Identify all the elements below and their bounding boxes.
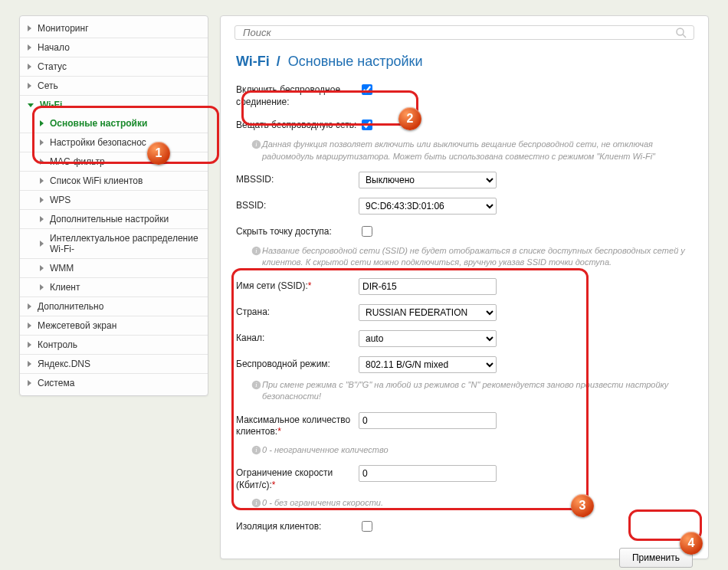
sidebar-item-label: MAC-фильтр bbox=[50, 156, 105, 167]
info-icon: i bbox=[250, 379, 262, 403]
chevron-icon bbox=[40, 139, 44, 146]
sidebar-item-label: Дополнительно bbox=[38, 301, 103, 312]
hide-ap-checkbox[interactable] bbox=[362, 226, 372, 237]
mode-label: Беспроводной режим: bbox=[236, 356, 359, 371]
chevron-icon bbox=[28, 103, 34, 107]
info-icon: i bbox=[250, 139, 262, 162]
sidebar-item-label: Яндекс.DNS bbox=[38, 359, 90, 369]
chevron-icon bbox=[40, 284, 44, 290]
info-icon: i bbox=[250, 497, 262, 509]
sidebar-item-3[interactable]: Сеть bbox=[20, 76, 208, 95]
rate-limit-hint: i 0 - без ограничения скорости. bbox=[250, 496, 693, 513]
sidebar-subitem-4-3[interactable]: Список WiFi клиентов bbox=[20, 171, 208, 190]
chevron-icon bbox=[40, 216, 44, 222]
sidebar-item-label: WMM bbox=[50, 263, 74, 274]
info-icon: i bbox=[250, 444, 262, 456]
max-clients-hint: i 0 - неограниченное количество bbox=[250, 443, 693, 460]
rate-limit-input[interactable] bbox=[359, 465, 497, 482]
sidebar-item-label: Статус bbox=[38, 61, 67, 72]
sidebar-item-label: Межсетевой экран bbox=[38, 320, 116, 331]
sidebar-item-label: Основные настройки bbox=[50, 118, 147, 129]
channel-label: Канал: bbox=[236, 330, 359, 345]
broadcast-checkbox[interactable] bbox=[362, 120, 372, 130]
sidebar-subitem-4-4[interactable]: WPS bbox=[20, 190, 208, 209]
sidebar-subitem-4-0[interactable]: Основные настройки bbox=[20, 114, 208, 133]
rate-limit-label: Ограничение скорости (Кбит/c):* bbox=[236, 465, 359, 491]
main-panel: Wi-Fi / Основные настройки Включить бесп… bbox=[220, 15, 709, 559]
sidebar-item-label: Настройки безопаснос bbox=[50, 137, 146, 148]
annotation-badge-3: 3 bbox=[571, 494, 594, 517]
sidebar-item-2[interactable]: Статус bbox=[20, 57, 208, 76]
hide-ap-label: Скрыть точку доступа: bbox=[236, 224, 359, 238]
chevron-icon bbox=[40, 197, 44, 203]
annotation-badge-4: 4 bbox=[680, 532, 703, 555]
info-icon: i bbox=[250, 245, 262, 269]
chevron-icon bbox=[40, 241, 44, 247]
sidebar-item-label: Клиент bbox=[50, 282, 80, 293]
sidebar-item-label: Контроль bbox=[38, 339, 77, 350]
chevron-icon bbox=[28, 342, 31, 348]
hide-ap-hint: i Название беспроводной сети (SSID) не б… bbox=[250, 244, 693, 274]
sidebar-item-0[interactable]: Мониторинг bbox=[20, 19, 208, 38]
page-title: Wi-Fi / Основные настройки bbox=[236, 54, 693, 70]
sidebar-item-label: Начало bbox=[38, 42, 70, 53]
max-clients-label: Максимальное количество клиентов:* bbox=[236, 412, 359, 438]
enable-wireless-checkbox[interactable] bbox=[362, 84, 372, 95]
max-clients-input[interactable] bbox=[359, 412, 497, 429]
svg-point-0 bbox=[677, 28, 684, 35]
mode-select[interactable]: 802.11 B/G/N mixed bbox=[359, 356, 497, 373]
chevron-icon bbox=[40, 265, 44, 271]
ssid-label: Имя сети (SSID):* bbox=[236, 278, 359, 293]
enable-wireless-label: Включить беспроводное соединение: bbox=[236, 82, 359, 108]
bssid-label: BSSID: bbox=[236, 198, 359, 212]
sidebar-item-label: Дополнительные настройки bbox=[50, 214, 169, 224]
sidebar-item-label: WPS bbox=[50, 195, 71, 205]
search-input[interactable] bbox=[241, 26, 675, 39]
sidebar-item-label: Сеть bbox=[38, 80, 58, 91]
chevron-icon bbox=[28, 83, 31, 89]
chevron-icon bbox=[28, 64, 31, 70]
annotation-badge-2: 2 bbox=[398, 107, 421, 130]
bssid-select[interactable]: 9C:D6:43:3D:01:06 bbox=[359, 198, 497, 215]
sidebar-item-label: Wi-Fi bbox=[40, 100, 62, 110]
sidebar-item-label: Мониторинг bbox=[38, 23, 89, 34]
chevron-icon bbox=[40, 159, 44, 165]
chevron-icon bbox=[28, 361, 31, 367]
search-icon bbox=[675, 27, 687, 39]
channel-select[interactable]: auto bbox=[359, 330, 497, 347]
chevron-icon bbox=[28, 44, 31, 51]
sidebar-item-1[interactable]: Начало bbox=[20, 38, 208, 57]
chevron-icon bbox=[28, 25, 31, 31]
sidebar-item-8[interactable]: Яндекс.DNS bbox=[20, 354, 208, 373]
chevron-icon bbox=[40, 178, 44, 184]
sidebar-item-4[interactable]: Wi-Fi bbox=[20, 95, 208, 114]
chevron-icon bbox=[28, 323, 31, 329]
sidebar-item-7[interactable]: Контроль bbox=[20, 335, 208, 354]
broadcast-label: Вещать беспроводную сеть: bbox=[236, 117, 359, 132]
sidebar-subitem-4-5[interactable]: Дополнительные настройки bbox=[20, 209, 208, 228]
sidebar-subitem-4-2[interactable]: MAC-фильтр bbox=[20, 152, 208, 171]
svg-line-1 bbox=[683, 34, 686, 38]
sidebar-subitem-4-6[interactable]: Интеллектуальное распределение Wi-Fi- bbox=[20, 228, 208, 258]
sidebar-subitem-4-7[interactable]: WMM bbox=[20, 258, 208, 277]
sidebar-item-label: Система bbox=[38, 378, 74, 388]
search-bar[interactable] bbox=[234, 25, 694, 40]
sidebar-item-6[interactable]: Межсетевой экран bbox=[20, 316, 208, 335]
chevron-icon bbox=[28, 303, 31, 310]
chevron-icon bbox=[40, 120, 44, 126]
sidebar-item-5[interactable]: Дополнительно bbox=[20, 296, 208, 316]
country-select[interactable]: RUSSIAN FEDERATION bbox=[359, 304, 497, 321]
sidebar-subitem-4-8[interactable]: Клиент bbox=[20, 277, 208, 296]
sidebar-item-label: Список WiFi клиентов bbox=[50, 175, 143, 186]
isolation-checkbox[interactable] bbox=[362, 521, 372, 532]
broadcast-hint: i Данная функция позволяет включить или … bbox=[250, 137, 693, 167]
mbssid-select[interactable]: Выключено bbox=[359, 172, 497, 188]
ssid-input[interactable] bbox=[359, 278, 497, 295]
sidebar-item-9[interactable]: Система bbox=[20, 373, 208, 392]
sidebar-item-label: Интеллектуальное распределение Wi-Fi- bbox=[50, 233, 200, 254]
wifi-settings-form: Включить беспроводное соединение: Вещать… bbox=[221, 77, 708, 539]
sidebar-subitem-4-1[interactable]: Настройки безопаснос bbox=[20, 133, 208, 152]
country-label: Страна: bbox=[236, 304, 359, 319]
isolation-label: Изоляция клиентов: bbox=[236, 519, 359, 533]
chevron-icon bbox=[28, 380, 31, 386]
